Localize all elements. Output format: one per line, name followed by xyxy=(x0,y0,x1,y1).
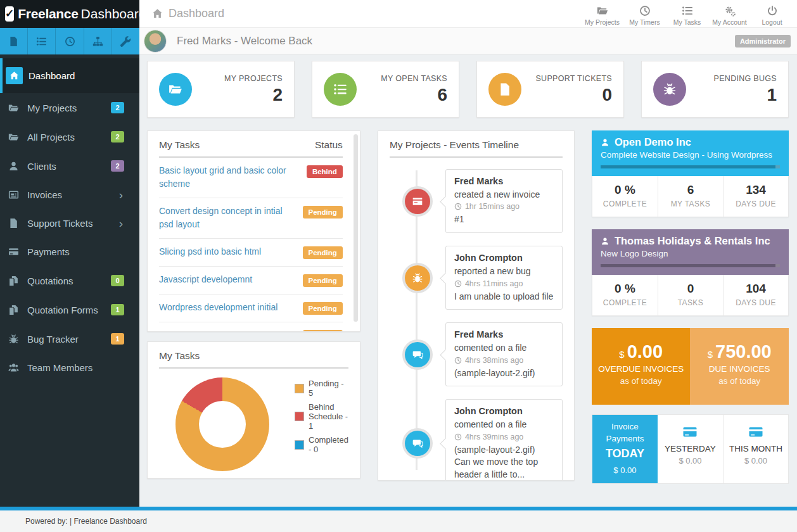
stat-label: SUPPORT TICKETS xyxy=(535,74,612,83)
sidebar-menu: DashboardMy Projects2All Projects2Client… xyxy=(0,58,139,382)
tasks-scrollbar[interactable] xyxy=(354,134,358,322)
project-stat-label: DAYS DUE xyxy=(726,298,786,307)
sidebar-item-payments[interactable]: Payments xyxy=(0,238,139,266)
payments-yesterday-amount: $ 0.00 xyxy=(658,456,723,466)
sidebar-item-label: Bug Tracker xyxy=(27,334,79,345)
stat-card-my-open-tasks[interactable]: MY OPEN TASKS6 xyxy=(312,61,459,118)
event-action: reported a new bug xyxy=(454,265,554,277)
stat-value: 0 xyxy=(535,85,612,105)
event-action: comented on a file xyxy=(454,342,554,354)
timeline-event: Fred Markscomented on a file4hrs 38mins … xyxy=(390,322,563,386)
sidebar-item-invoices[interactable]: Invoices› xyxy=(0,180,139,209)
sidebar-item-my-projects[interactable]: My Projects2 xyxy=(0,93,139,122)
legend-swatch xyxy=(295,412,304,421)
project-stat-label: DAYS DUE xyxy=(726,200,786,208)
payments-summary: Invoice Payments TODAY $ 0.00 YESTERDAY … xyxy=(592,414,789,484)
payments-today-tile[interactable]: Invoice Payments TODAY $ 0.00 xyxy=(592,415,658,483)
task-link[interactable]: Javascript developemnt xyxy=(159,273,289,287)
gears-icon xyxy=(724,5,736,16)
timeline-event-box: Fred Markscomented on a file4hrs 38mins … xyxy=(445,322,563,386)
brand-name-light: Dashboard xyxy=(81,6,146,22)
home-icon xyxy=(152,8,163,19)
topbar-action-my-timers[interactable]: My Timers xyxy=(623,2,666,26)
project-progress-bar xyxy=(601,264,780,267)
file-icon xyxy=(8,36,19,47)
task-link[interactable]: Slicing psd into basic html xyxy=(159,245,289,259)
project-stat-label: MY TASKS xyxy=(661,200,720,208)
main-area: Dashboard My ProjectsMy TimersMy TasksMy… xyxy=(139,0,797,507)
newspaper-icon xyxy=(8,189,19,200)
breadcrumb[interactable]: Dashboard xyxy=(152,7,224,20)
payments-month-tile[interactable]: THIS MONTH $ 0.00 xyxy=(723,415,788,483)
quick-sitemap-icon[interactable] xyxy=(84,28,112,54)
sidebar-item-support-tickets[interactable]: Support Tickets› xyxy=(0,209,139,238)
sidebar-item-badge: 1 xyxy=(111,304,124,315)
user-avatar[interactable] xyxy=(144,30,167,53)
stat-value: 6 xyxy=(381,85,447,105)
clock-icon xyxy=(454,203,462,210)
app-logo[interactable]: ✓ Freelance Dashboard xyxy=(0,0,139,28)
event-detail: (sample-layout-2.gif) xyxy=(454,367,554,380)
task-link[interactable]: Basic layout grid and basic color scheme xyxy=(159,164,289,191)
topbar-action-logout[interactable]: Logout xyxy=(751,2,793,26)
overdue-label: OVERDUE INVOICES xyxy=(592,364,691,374)
topbar-actions: My ProjectsMy TimersMy TasksMy AccountLo… xyxy=(581,2,793,26)
due-amount: 750.00 xyxy=(715,341,772,362)
task-link[interactable]: Worpress final development and testing xyxy=(159,329,289,332)
top-navbar: Dashboard My ProjectsMy TimersMy TasksMy… xyxy=(139,0,797,28)
legend-item: Behind Schedule - 1 xyxy=(295,402,348,431)
sidebar-item-team-members[interactable]: Team Members xyxy=(0,353,139,382)
sidebar-item-all-projects[interactable]: All Projects2 xyxy=(0,122,139,151)
list-icon xyxy=(682,5,693,16)
folder-open-icon xyxy=(8,132,19,142)
legend-item: Completed - 0 xyxy=(295,435,348,454)
task-link[interactable]: Wordpress development initial xyxy=(159,301,289,315)
stat-card-my-projects[interactable]: MY PROJECTS2 xyxy=(147,61,295,118)
sidebar-item-badge: 2 xyxy=(111,160,124,172)
comment-icon xyxy=(405,431,430,456)
clock-icon xyxy=(454,280,462,288)
stat-card-pending-bugs[interactable]: PENDING BUGS1 xyxy=(641,61,789,118)
project-stat-my-tasks: 6MY TASKS xyxy=(658,176,723,217)
topbar-action-label: My Tasks xyxy=(666,18,708,26)
task-status-badge: Pending xyxy=(303,246,343,259)
timeline-event-box: Fred Markscreated a new invoice1hr 15min… xyxy=(445,169,563,233)
due-invoices-tile: $750.00 DUE INVOICES as of today xyxy=(690,328,789,405)
sidebar-item-quotation-forms[interactable]: Quotation Forms1 xyxy=(0,295,139,324)
topbar-action-my-account[interactable]: My Account xyxy=(708,2,751,26)
bug-icon xyxy=(8,334,19,345)
sidebar-item-dashboard[interactable]: Dashboard xyxy=(0,58,139,93)
my-tasks-table-card: My Tasks Status Basic layout grid and ba… xyxy=(147,130,360,332)
quick-file-icon[interactable] xyxy=(0,28,28,54)
payments-yesterday-tile[interactable]: YESTERDAY $ 0.00 xyxy=(658,415,723,483)
middle-column: My Projects - Events Timeline Fred Marks… xyxy=(378,130,575,481)
task-link[interactable]: Convert design concept in intial psd lay… xyxy=(159,205,289,231)
overdue-amount: 0.00 xyxy=(627,341,663,362)
sidebar-item-quotations[interactable]: Quotations0 xyxy=(0,266,139,295)
event-action: comented on a file xyxy=(454,419,554,431)
legend-item: Pending - 5 xyxy=(295,379,348,398)
stat-card-support-tickets[interactable]: SUPPORT TICKETS0 xyxy=(476,61,624,118)
task-row: Javascript developemntPending xyxy=(159,267,343,294)
topbar-action-my-projects[interactable]: My Projects xyxy=(581,2,623,26)
user-icon xyxy=(601,237,609,246)
topbar-action-my-tasks[interactable]: My Tasks xyxy=(666,2,708,26)
event-detail: (sample-layout-2.gif) Can we move the to… xyxy=(454,444,554,481)
right-column: Open Demo IncComplete Website Design - U… xyxy=(592,130,789,484)
event-time: 1hr 15mins ago xyxy=(465,202,520,211)
list-icon xyxy=(36,36,47,47)
event-user-name: Fred Marks xyxy=(454,175,554,188)
sidebar-item-bug-tracker[interactable]: Bug Tracker1 xyxy=(0,324,139,353)
project-cards: Open Demo IncComplete Website Design - U… xyxy=(592,130,789,316)
comment-icon xyxy=(405,342,430,367)
task-status-badge: Behind xyxy=(307,165,343,178)
quick-list-icon[interactable] xyxy=(28,28,56,54)
task-status-badge: Pending xyxy=(303,330,343,332)
sidebar-item-clients[interactable]: Clients2 xyxy=(0,151,139,180)
quick-clock-icon[interactable] xyxy=(56,28,84,54)
task-row: Slicing psd into basic htmlPending xyxy=(159,239,343,267)
quick-wrench-icon[interactable] xyxy=(112,28,139,54)
project-card-header[interactable]: Thomas Holidays & Rentals IncNew Logo De… xyxy=(592,229,789,275)
project-card-header[interactable]: Open Demo IncComplete Website Design - U… xyxy=(592,130,789,176)
stat-value: 2 xyxy=(224,85,283,105)
